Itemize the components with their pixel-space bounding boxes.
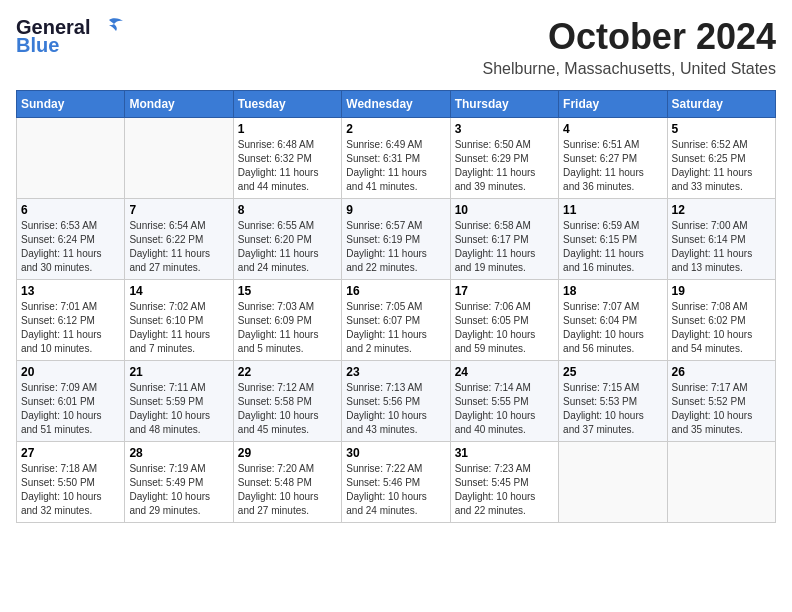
day-info: Sunrise: 7:23 AM Sunset: 5:45 PM Dayligh… <box>455 462 554 518</box>
calendar-cell <box>667 442 775 523</box>
calendar-cell: 28Sunrise: 7:19 AM Sunset: 5:49 PM Dayli… <box>125 442 233 523</box>
weekday-header: Sunday <box>17 91 125 118</box>
calendar-cell: 31Sunrise: 7:23 AM Sunset: 5:45 PM Dayli… <box>450 442 558 523</box>
day-number: 23 <box>346 365 445 379</box>
calendar-cell <box>559 442 667 523</box>
day-info: Sunrise: 7:13 AM Sunset: 5:56 PM Dayligh… <box>346 381 445 437</box>
calendar-cell: 30Sunrise: 7:22 AM Sunset: 5:46 PM Dayli… <box>342 442 450 523</box>
calendar-cell: 17Sunrise: 7:06 AM Sunset: 6:05 PM Dayli… <box>450 280 558 361</box>
day-number: 18 <box>563 284 662 298</box>
calendar-cell: 7Sunrise: 6:54 AM Sunset: 6:22 PM Daylig… <box>125 199 233 280</box>
calendar-cell: 15Sunrise: 7:03 AM Sunset: 6:09 PM Dayli… <box>233 280 341 361</box>
weekday-header: Monday <box>125 91 233 118</box>
day-number: 28 <box>129 446 228 460</box>
calendar-cell: 3Sunrise: 6:50 AM Sunset: 6:29 PM Daylig… <box>450 118 558 199</box>
calendar-table: SundayMondayTuesdayWednesdayThursdayFrid… <box>16 90 776 523</box>
day-number: 10 <box>455 203 554 217</box>
day-info: Sunrise: 7:01 AM Sunset: 6:12 PM Dayligh… <box>21 300 120 356</box>
day-number: 8 <box>238 203 337 217</box>
day-info: Sunrise: 7:05 AM Sunset: 6:07 PM Dayligh… <box>346 300 445 356</box>
day-number: 20 <box>21 365 120 379</box>
calendar-cell: 6Sunrise: 6:53 AM Sunset: 6:24 PM Daylig… <box>17 199 125 280</box>
calendar-cell: 29Sunrise: 7:20 AM Sunset: 5:48 PM Dayli… <box>233 442 341 523</box>
weekday-header: Friday <box>559 91 667 118</box>
day-number: 14 <box>129 284 228 298</box>
calendar-cell: 16Sunrise: 7:05 AM Sunset: 6:07 PM Dayli… <box>342 280 450 361</box>
day-info: Sunrise: 6:53 AM Sunset: 6:24 PM Dayligh… <box>21 219 120 275</box>
location-title: Shelburne, Massachusetts, United States <box>483 60 777 78</box>
day-info: Sunrise: 7:02 AM Sunset: 6:10 PM Dayligh… <box>129 300 228 356</box>
calendar-cell: 9Sunrise: 6:57 AM Sunset: 6:19 PM Daylig… <box>342 199 450 280</box>
day-info: Sunrise: 6:52 AM Sunset: 6:25 PM Dayligh… <box>672 138 771 194</box>
day-number: 30 <box>346 446 445 460</box>
logo: General Blue <box>16 16 124 57</box>
weekday-header: Wednesday <box>342 91 450 118</box>
day-info: Sunrise: 7:19 AM Sunset: 5:49 PM Dayligh… <box>129 462 228 518</box>
calendar-cell: 25Sunrise: 7:15 AM Sunset: 5:53 PM Dayli… <box>559 361 667 442</box>
day-info: Sunrise: 7:11 AM Sunset: 5:59 PM Dayligh… <box>129 381 228 437</box>
day-number: 2 <box>346 122 445 136</box>
day-number: 15 <box>238 284 337 298</box>
day-number: 12 <box>672 203 771 217</box>
day-number: 7 <box>129 203 228 217</box>
day-number: 22 <box>238 365 337 379</box>
day-info: Sunrise: 6:55 AM Sunset: 6:20 PM Dayligh… <box>238 219 337 275</box>
weekday-header: Tuesday <box>233 91 341 118</box>
calendar-cell: 11Sunrise: 6:59 AM Sunset: 6:15 PM Dayli… <box>559 199 667 280</box>
day-info: Sunrise: 6:50 AM Sunset: 6:29 PM Dayligh… <box>455 138 554 194</box>
day-info: Sunrise: 7:22 AM Sunset: 5:46 PM Dayligh… <box>346 462 445 518</box>
day-number: 26 <box>672 365 771 379</box>
day-number: 9 <box>346 203 445 217</box>
calendar-cell: 5Sunrise: 6:52 AM Sunset: 6:25 PM Daylig… <box>667 118 775 199</box>
weekday-header-row: SundayMondayTuesdayWednesdayThursdayFrid… <box>17 91 776 118</box>
calendar-cell: 10Sunrise: 6:58 AM Sunset: 6:17 PM Dayli… <box>450 199 558 280</box>
calendar-cell: 22Sunrise: 7:12 AM Sunset: 5:58 PM Dayli… <box>233 361 341 442</box>
day-info: Sunrise: 7:20 AM Sunset: 5:48 PM Dayligh… <box>238 462 337 518</box>
day-number: 19 <box>672 284 771 298</box>
day-info: Sunrise: 7:00 AM Sunset: 6:14 PM Dayligh… <box>672 219 771 275</box>
day-info: Sunrise: 7:12 AM Sunset: 5:58 PM Dayligh… <box>238 381 337 437</box>
weekday-header: Thursday <box>450 91 558 118</box>
month-title: October 2024 <box>483 16 777 58</box>
calendar-cell: 2Sunrise: 6:49 AM Sunset: 6:31 PM Daylig… <box>342 118 450 199</box>
day-number: 1 <box>238 122 337 136</box>
calendar-week-row: 27Sunrise: 7:18 AM Sunset: 5:50 PM Dayli… <box>17 442 776 523</box>
day-number: 24 <box>455 365 554 379</box>
logo-bird-icon <box>94 16 124 38</box>
day-number: 6 <box>21 203 120 217</box>
day-number: 3 <box>455 122 554 136</box>
day-info: Sunrise: 7:03 AM Sunset: 6:09 PM Dayligh… <box>238 300 337 356</box>
day-info: Sunrise: 7:06 AM Sunset: 6:05 PM Dayligh… <box>455 300 554 356</box>
day-info: Sunrise: 7:18 AM Sunset: 5:50 PM Dayligh… <box>21 462 120 518</box>
calendar-cell: 14Sunrise: 7:02 AM Sunset: 6:10 PM Dayli… <box>125 280 233 361</box>
calendar-cell: 24Sunrise: 7:14 AM Sunset: 5:55 PM Dayli… <box>450 361 558 442</box>
day-number: 11 <box>563 203 662 217</box>
day-info: Sunrise: 6:49 AM Sunset: 6:31 PM Dayligh… <box>346 138 445 194</box>
day-info: Sunrise: 6:54 AM Sunset: 6:22 PM Dayligh… <box>129 219 228 275</box>
day-number: 17 <box>455 284 554 298</box>
day-info: Sunrise: 7:15 AM Sunset: 5:53 PM Dayligh… <box>563 381 662 437</box>
calendar-week-row: 6Sunrise: 6:53 AM Sunset: 6:24 PM Daylig… <box>17 199 776 280</box>
day-info: Sunrise: 7:07 AM Sunset: 6:04 PM Dayligh… <box>563 300 662 356</box>
day-number: 4 <box>563 122 662 136</box>
day-number: 21 <box>129 365 228 379</box>
calendar-cell: 12Sunrise: 7:00 AM Sunset: 6:14 PM Dayli… <box>667 199 775 280</box>
day-number: 16 <box>346 284 445 298</box>
calendar-cell: 23Sunrise: 7:13 AM Sunset: 5:56 PM Dayli… <box>342 361 450 442</box>
calendar-cell: 4Sunrise: 6:51 AM Sunset: 6:27 PM Daylig… <box>559 118 667 199</box>
day-info: Sunrise: 6:48 AM Sunset: 6:32 PM Dayligh… <box>238 138 337 194</box>
calendar-week-row: 1Sunrise: 6:48 AM Sunset: 6:32 PM Daylig… <box>17 118 776 199</box>
day-info: Sunrise: 7:09 AM Sunset: 6:01 PM Dayligh… <box>21 381 120 437</box>
day-info: Sunrise: 6:51 AM Sunset: 6:27 PM Dayligh… <box>563 138 662 194</box>
page-header: General Blue October 2024 Shelburne, Mas… <box>16 16 776 78</box>
day-info: Sunrise: 6:59 AM Sunset: 6:15 PM Dayligh… <box>563 219 662 275</box>
calendar-week-row: 20Sunrise: 7:09 AM Sunset: 6:01 PM Dayli… <box>17 361 776 442</box>
calendar-cell: 8Sunrise: 6:55 AM Sunset: 6:20 PM Daylig… <box>233 199 341 280</box>
day-info: Sunrise: 7:17 AM Sunset: 5:52 PM Dayligh… <box>672 381 771 437</box>
calendar-cell <box>17 118 125 199</box>
day-number: 5 <box>672 122 771 136</box>
weekday-header: Saturday <box>667 91 775 118</box>
day-info: Sunrise: 6:58 AM Sunset: 6:17 PM Dayligh… <box>455 219 554 275</box>
day-info: Sunrise: 7:08 AM Sunset: 6:02 PM Dayligh… <box>672 300 771 356</box>
calendar-cell <box>125 118 233 199</box>
